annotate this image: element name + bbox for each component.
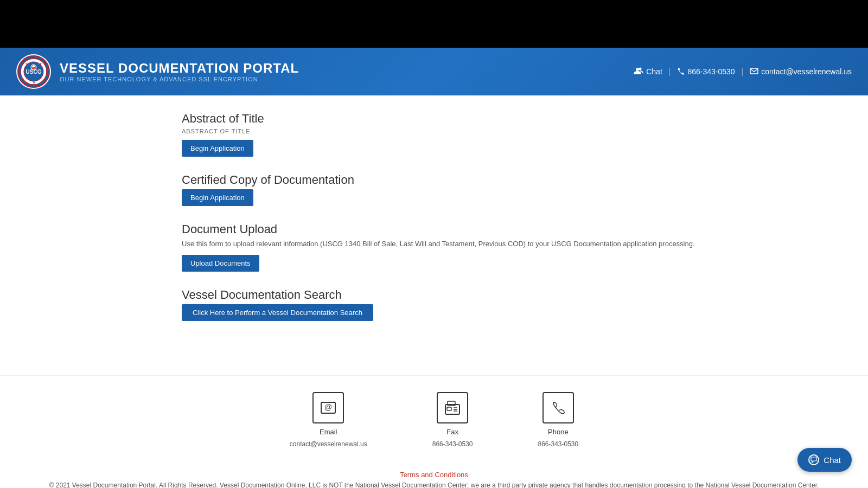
users-icon — [634, 67, 643, 77]
contact-email-item: @ Email contact@vesselrenewal.us — [290, 392, 367, 448]
svg-rect-12 — [750, 68, 758, 74]
phone-value: 866-343-0530 — [538, 440, 578, 448]
site-title: VESSEL DOCUMENTATION PORTAL — [60, 61, 299, 76]
logo: USCG ★ ★ ★ ★ ★ — [16, 54, 51, 89]
fax-value: 866-343-0530 — [432, 440, 473, 448]
footer-contact: @ Email contact@vesselrenewal.us Fax 866… — [0, 375, 868, 459]
fax-contact-icon — [437, 392, 468, 423]
svg-point-11 — [639, 67, 642, 70]
certified-begin-button[interactable]: Begin Application — [182, 189, 253, 206]
site-subtitle: OUR NEWER TECHNOLOGY & ADVANCED SSL ENCR… — [60, 76, 299, 82]
terms-link[interactable]: Terms and Conditions — [400, 471, 468, 479]
svg-text:★: ★ — [39, 62, 42, 66]
email-icon — [750, 67, 758, 76]
certified-section: Certified Copy of Documentation Begin Ap… — [182, 173, 846, 206]
contact-fax-item: Fax 866-343-0530 — [432, 392, 473, 448]
abstract-begin-button[interactable]: Begin Application — [182, 140, 253, 157]
chat-nav-label: Chat — [646, 67, 662, 76]
header-left: USCG ★ ★ ★ ★ ★ VESSEL DOCUMENTATION PORT… — [16, 54, 299, 89]
email-contact-icon: @ — [312, 392, 344, 423]
svg-text:★: ★ — [25, 76, 28, 80]
abstract-section: Abstract of Title ABSTRACT OF TITLE Begi… — [182, 112, 846, 157]
contact-phone-item: Phone 866-343-0530 — [538, 392, 578, 448]
chat-circle-icon — [808, 454, 819, 465]
abstract-subtitle: ABSTRACT OF TITLE — [182, 128, 846, 134]
copyright-text: © 2021 Vessel Documentation Portal. All … — [49, 481, 819, 488]
email-value: contact@vesselrenewal.us — [290, 440, 367, 448]
phone-contact-icon — [542, 392, 574, 423]
svg-text:@: @ — [324, 403, 332, 412]
nav-divider-2: | — [742, 67, 744, 76]
certified-title: Certified Copy of Documentation — [182, 173, 846, 187]
chat-nav-item[interactable]: Chat — [634, 67, 662, 77]
top-black-bar — [0, 0, 868, 48]
svg-text:★: ★ — [39, 76, 42, 80]
search-title: Vessel Documentation Search — [182, 288, 846, 302]
phone-nav-item[interactable]: 866-343-0530 — [677, 67, 735, 76]
header-title-block: VESSEL DOCUMENTATION PORTAL OUR NEWER TE… — [60, 61, 299, 82]
svg-rect-17 — [447, 407, 451, 410]
email-label: Email — [320, 428, 337, 436]
header-nav: Chat | 866-343-0530 | contact@vesselrene… — [634, 67, 852, 77]
abstract-title: Abstract of Title — [182, 112, 846, 126]
upload-title: Document Upload — [182, 222, 846, 236]
upload-button[interactable]: Upload Documents — [182, 255, 259, 272]
chat-float-button[interactable]: Chat — [797, 448, 852, 472]
nav-divider-1: | — [669, 67, 671, 76]
main-content: Abstract of Title ABSTRACT OF TITLE Begi… — [0, 95, 868, 354]
svg-text:★: ★ — [33, 81, 35, 84]
phone-icon — [677, 67, 685, 76]
upload-section: Document Upload Use this form to upload … — [182, 222, 846, 272]
svg-text:★: ★ — [25, 62, 28, 66]
header: USCG ★ ★ ★ ★ ★ VESSEL DOCUMENTATION PORT… — [0, 48, 868, 95]
footer-bottom: Terms and Conditions © 2021 Vessel Docum… — [0, 459, 868, 489]
search-button[interactable]: Click Here to Perform a Vessel Documenta… — [182, 304, 373, 321]
fax-label: Fax — [446, 428, 458, 436]
chat-button-label: Chat — [824, 455, 841, 465]
search-section: Vessel Documentation Search Click Here t… — [182, 288, 846, 321]
email-nav-address: contact@vesselrenewal.us — [761, 67, 852, 76]
phone-label: Phone — [548, 428, 569, 436]
upload-description: Use this form to upload relevant informa… — [182, 239, 846, 249]
svg-point-10 — [636, 68, 639, 71]
email-nav-item[interactable]: contact@vesselrenewal.us — [750, 67, 852, 76]
phone-nav-number: 866-343-0530 — [687, 67, 735, 76]
